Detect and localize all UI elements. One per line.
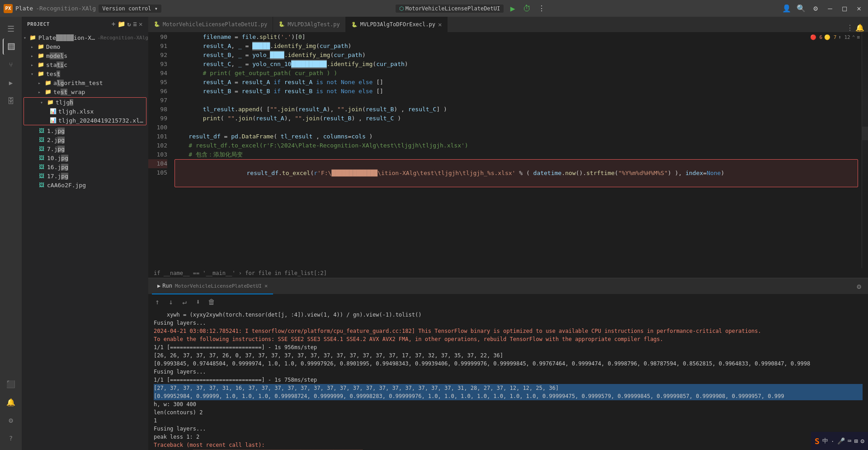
tree-item-test[interactable]: ▾ 📁 test (22, 69, 148, 78)
taskbar-overlay: S 中 · 🎤 ⌨ ⊞ ⚙ (811, 432, 868, 450)
tree-item-img7[interactable]: 🖼 7.jpg (22, 144, 148, 153)
tree-item-caa6[interactable]: 🖼 cAA6o2F.jpg (22, 180, 148, 189)
code-line-94: # print( get_output_path( cur_path ) ) (175, 69, 858, 78)
collapse-icon[interactable]: ≡ (133, 20, 137, 28)
tab-label-1: MotorVehicleLicensePlateDetUI.py (163, 21, 267, 28)
new-file-icon[interactable]: + (112, 20, 116, 28)
explorer-icon[interactable] (3, 38, 19, 55)
notification-icon[interactable]: 🔔 (3, 394, 19, 410)
tab-mvlpd3-execl[interactable]: 🐍 MVLPD3AlgToDFOrExecl.py ✕ (346, 17, 448, 32)
folder-icon: 📁 (44, 88, 52, 95)
scroll-down-icon[interactable]: ↓ (165, 296, 176, 307)
run-button[interactable]: ▶ (507, 3, 518, 14)
tree-item-img2[interactable]: 🖼 2.jpg (22, 135, 148, 144)
run-tab[interactable]: ▶ Run MotorVehicleLicensePlateDetUI ✕ (152, 279, 273, 294)
tree-label-img2: 2.jpg (47, 137, 65, 143)
code-line-92: result_B, _ = yolo_████.identify_img(cur… (175, 51, 858, 60)
terminal-line-9: 1/1 [============================] - 1s … (154, 376, 863, 384)
soft-wrap-icon[interactable]: ↵ (179, 296, 190, 307)
code-line-90: filename = file.split('.')[0] (175, 33, 858, 42)
tab-close-icon[interactable]: ✕ (438, 21, 442, 28)
tree-item-tljgh-2024[interactable]: 📊 tljgh_20240419215732.xlsx (24, 116, 146, 125)
tree-item-img16[interactable]: 🖼 16.jpg (22, 162, 148, 171)
tree-label-img10: 10.jpg (47, 155, 68, 161)
terminal-line-14: 1 (154, 417, 863, 425)
run-config-selector[interactable]: ⬡ MotorVehicleLicensePlateDetUI (396, 5, 504, 13)
terminal-line-10: [27, 37, 37, 37, 37, 31, 16, 37, 37, 37,… (154, 384, 863, 392)
minimize-button[interactable]: — (825, 3, 835, 14)
code-line-100 (175, 123, 858, 132)
minimap-icon[interactable]: ≡ (857, 34, 860, 40)
code-area[interactable]: filename = file.split('.')[0] result_A, … (171, 33, 862, 268)
tree-item-algorithm-test[interactable]: ▸ 📁 algorithm_test (22, 78, 148, 87)
settings-icon[interactable]: ⚙ (810, 3, 821, 14)
terminal-line-13: len(contours) 2 (154, 408, 863, 417)
panel-close-icon[interactable]: ✕ (264, 283, 268, 289)
image-icon: 🖼 (38, 136, 45, 143)
tree-item-test-wrap[interactable]: ▸ 📁 test_wrap (22, 87, 148, 96)
editor-scroll-area[interactable]: 90 91 92 93 94 95 96 97 98 99 100 101 (148, 33, 868, 268)
question-icon[interactable]: ? (3, 430, 19, 446)
profile-button[interactable]: ⏱ (522, 3, 533, 14)
terminal-line-5: 1/1 [============================] - 1s … (154, 343, 863, 351)
highlighted-folder-box: ▾ 📁 tljgh 📊 tljgh.xlsx 📊 tljgh_202404192… (24, 97, 146, 125)
vcs-dropdown[interactable]: Version control ▾ (99, 5, 161, 13)
terminal-line-16: peak less 1: 2 (154, 433, 863, 441)
sidebar: Project + 📁 ↻ ≡ ✕ ▾ 📁 Plate█████ion-XAlg… (22, 17, 148, 450)
minimap-viewport (862, 127, 868, 140)
refresh-icon[interactable]: ↻ (127, 20, 131, 28)
tree-item-img17[interactable]: 🖼 17.jpg (22, 171, 148, 180)
code-line-104: result_df.to_excel(r'F:\█████████████\it… (175, 159, 858, 187)
close-button[interactable]: ✕ (854, 3, 864, 14)
image-icon: 🖼 (38, 145, 45, 152)
collapse-all-icon[interactable]: ⌃ (852, 34, 855, 40)
warning-count: 🟡 7 (824, 34, 836, 40)
tab-overflow-icon[interactable]: ⋮ (846, 24, 854, 32)
tree-item-demo[interactable]: ▸ 📁 Demo (22, 42, 148, 51)
scroll-to-end-icon[interactable]: ⬇ (193, 296, 203, 307)
tree-item-root[interactable]: ▾ 📁 Plate█████ion-XAlg -Recognition-XAlg (22, 33, 148, 42)
scroll-up-icon[interactable]: ↑ (152, 296, 163, 307)
tree-label-tljgh: tljgh (56, 99, 73, 106)
terminal-content[interactable]: xywh = (xyxy2xywh(torch.tensor(det[j, :4… (148, 309, 868, 450)
xlsx-icon: 📊 (49, 108, 57, 115)
tree-item-img10[interactable]: 🖼 10.jpg (22, 153, 148, 162)
git-icon[interactable]: ⑂ (3, 57, 19, 73)
svg-rect-2 (9, 47, 11, 49)
tree-label-static: static (46, 62, 67, 68)
tab-motorvehicle-det-ui[interactable]: 🐍 MotorVehicleLicensePlateDetUI.py (148, 17, 273, 32)
chevron-down-icon: ▾ (24, 35, 28, 40)
breadcrumb-text: if __name__ == '__main__' › for file in … (154, 270, 327, 276)
settings-side-icon[interactable]: ⚙ (3, 412, 19, 428)
debug-button[interactable]: ⋮ (536, 3, 547, 14)
tree-item-models[interactable]: ▸ 📁 models (22, 51, 148, 60)
new-folder-icon[interactable]: 📁 (118, 20, 126, 28)
title-left: PX Plate -Recognition-XAlg Version contr… (4, 4, 161, 13)
tree-label-img16: 16.jpg (47, 164, 68, 171)
chevron-down-icon: ▾ (40, 100, 46, 105)
run-debug-icon[interactable]: ▶ (3, 75, 19, 91)
search-title-icon[interactable]: 🔍 (796, 3, 807, 14)
clear-output-icon[interactable]: 🗑 (206, 296, 217, 307)
tab-mvlpd3-test[interactable]: 🐍 MVLPD3AlgTest.py (273, 17, 346, 32)
tree-item-tljgh-xlsx[interactable]: 📊 tljgh.xlsx (24, 107, 146, 116)
activity-bar: ☰ ⑂ ▶ 🗄 ⬛ 🔔 ⚙ ? (0, 17, 22, 450)
terminal-icon[interactable]: ⬛ (3, 376, 19, 392)
tree-item-static[interactable]: ▸ 📁 static (22, 60, 148, 69)
taskbar-mic-icon: 🎤 (837, 437, 845, 445)
image-icon: 🖼 (38, 172, 45, 180)
tree-item-img1[interactable]: 🖼 1.jpg (22, 126, 148, 135)
maximize-button[interactable]: □ (839, 3, 850, 14)
code-line-103: # 包含：添加化局变 (175, 150, 858, 159)
folder-icon: 📁 (37, 52, 44, 59)
hamburger-menu-icon[interactable]: ☰ (3, 20, 19, 37)
database-icon[interactable]: 🗄 (3, 93, 19, 109)
editor-area: 🐍 MotorVehicleLicensePlateDetUI.py 🐍 MVL… (148, 17, 868, 450)
panel-tabs: ▶ Run MotorVehicleLicensePlateDetUI ✕ ⚙ (148, 279, 868, 294)
panel-settings-icon[interactable]: ⚙ (854, 281, 864, 292)
terminal-line-6: [26, 26, 37, 37, 37, 26, 0, 37, 37, 37, … (154, 351, 863, 360)
user-icon[interactable]: 👤 (781, 3, 792, 14)
notification-bell-icon[interactable]: 🔔 (855, 24, 864, 32)
tree-item-tljgh[interactable]: ▾ 📁 tljgh (24, 98, 146, 107)
close-sidebar-icon[interactable]: ✕ (139, 20, 143, 28)
